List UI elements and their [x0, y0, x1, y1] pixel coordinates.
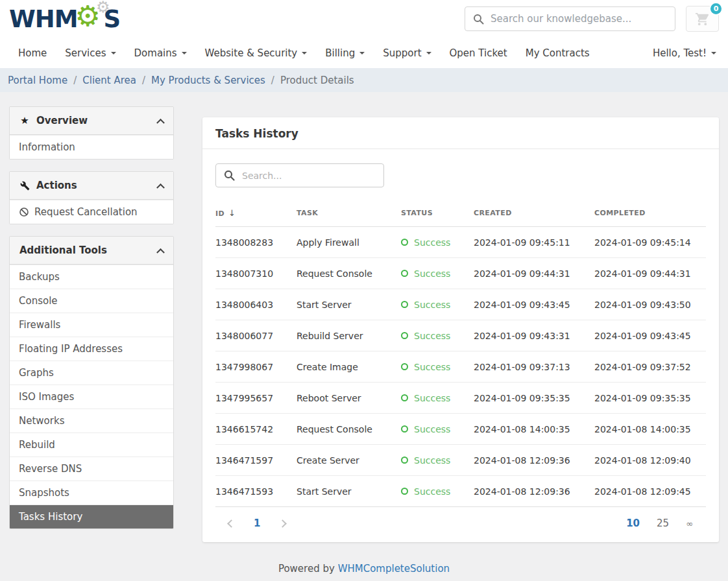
sidebar-item-label: ISO Images: [19, 391, 74, 403]
nav-item-website-security[interactable]: Website & Security: [196, 47, 317, 59]
sidebar-item-request-cancellation[interactable]: Request Cancellation: [10, 200, 173, 224]
cell-status: Success: [401, 445, 474, 476]
status-label: Success: [414, 362, 450, 372]
page-size-all[interactable]: ∞: [686, 519, 693, 528]
column-header-completed[interactable]: COMPLETED: [594, 200, 706, 227]
cell-completed: 2024-01-08 12:09:40: [594, 445, 706, 476]
cell-id: 1348006077: [215, 320, 297, 351]
sidebar-item-label: Graphs: [19, 367, 54, 379]
sidebar-item-label: Tasks History: [19, 511, 82, 523]
sidebar-item-reverse-dns[interactable]: Reverse DNS: [10, 456, 173, 480]
cell-created: 2024-01-08 12:09:36: [474, 476, 594, 507]
table-row: 1346471597Create ServerSuccess2024-01-08…: [215, 445, 706, 476]
sidebar-item-firewalls[interactable]: Firewalls: [10, 313, 173, 337]
panel-body: ID↓TASKSTATUSCREATEDCOMPLETED 1348008283…: [202, 149, 719, 542]
cell-created: 2024-01-09 09:37:13: [474, 351, 594, 383]
cell-task: Apply Firewall: [297, 227, 401, 258]
column-header-id[interactable]: ID↓: [215, 200, 297, 227]
footer-text: Powered by: [278, 563, 335, 575]
content-area: ★OverviewInformationActionsRequest Cance…: [0, 92, 728, 542]
nav-item-billing[interactable]: Billing: [316, 47, 374, 59]
table-row: 1348006403Start ServerSuccess2024-01-09 …: [215, 289, 706, 320]
success-circle-icon: [401, 394, 408, 401]
sidebar-panel-header-overview[interactable]: ★Overview: [10, 107, 173, 135]
cart-icon: [695, 12, 710, 27]
table-row: 1347998067Create ImageSuccess2024-01-09 …: [215, 351, 706, 383]
table-row: 1348008283Apply FirewallSuccess2024-01-0…: [215, 227, 706, 258]
cell-completed: 2024-01-09 09:43:50: [594, 289, 706, 320]
prev-page-icon[interactable]: [227, 519, 236, 528]
success-circle-icon: [401, 239, 408, 246]
sidebar-item-snapshots[interactable]: Snapshots: [10, 480, 173, 504]
chevron-up-icon: [156, 183, 165, 191]
cell-task: Create Server: [297, 445, 401, 476]
account-menu[interactable]: Hello, Test!: [653, 47, 719, 59]
cell-created: 2024-01-09 09:43:45: [474, 289, 594, 320]
cell-created: 2024-01-09 09:35:35: [474, 383, 594, 414]
sidebar-item-floating-ip-addresses[interactable]: Floating IP Addresses: [10, 337, 173, 361]
nav-item-my-contracts[interactable]: My Contracts: [516, 47, 599, 59]
sort-desc-icon: ↓: [228, 208, 236, 218]
status-label: Success: [414, 424, 450, 434]
nav-item-open-ticket[interactable]: Open Ticket: [441, 47, 516, 59]
sidebar-item-backups[interactable]: Backups: [10, 265, 173, 289]
whmcs-credit-link[interactable]: WHMCompleteSolution: [338, 563, 450, 575]
status-label: Success: [414, 331, 450, 341]
sidebar-panel-header-actions[interactable]: Actions: [10, 172, 173, 200]
nav-item-services[interactable]: Services: [56, 47, 125, 59]
table-search-input[interactable]: [242, 171, 376, 181]
cart-button[interactable]: 0: [686, 6, 719, 32]
sidebar-panel-title: Actions: [36, 180, 77, 191]
page-number[interactable]: 1: [254, 517, 260, 529]
logo-gears: ⚙ ⚙: [77, 3, 105, 34]
knowledgebase-search-input[interactable]: [491, 13, 667, 25]
page-size-10[interactable]: 10: [626, 517, 640, 529]
sidebar-item-graphs[interactable]: Graphs: [10, 361, 173, 385]
breadcrumb-link-my-products-services[interactable]: My Products & Services: [151, 75, 265, 86]
success-circle-icon: [401, 332, 408, 339]
column-header-label: ID: [215, 209, 224, 218]
page-size-options: 1025∞: [626, 517, 693, 529]
column-header-task[interactable]: TASK: [297, 200, 401, 227]
sidebar-item-rebuild[interactable]: Rebuild: [10, 433, 173, 456]
nav-item-support[interactable]: Support: [374, 47, 440, 59]
page-size-25[interactable]: 25: [657, 517, 669, 529]
chevron-down-icon: [426, 52, 431, 54]
cell-id: 1348006403: [215, 289, 297, 320]
whmcs-logo[interactable]: WHM ⚙ ⚙ S: [9, 3, 120, 34]
nav-item-label: Home: [18, 47, 47, 59]
sidebar-panel-additional-tools: Additional ToolsBackupsConsoleFirewallsF…: [9, 236, 174, 529]
cell-status: Success: [401, 414, 474, 445]
nav-item-domains[interactable]: Domains: [125, 47, 196, 59]
column-header-status[interactable]: STATUS: [401, 200, 474, 227]
breadcrumb-link-portal-home[interactable]: Portal Home: [8, 75, 67, 86]
sidebar-panel-header-additional-tools[interactable]: Additional Tools: [10, 237, 173, 265]
cell-id: 1347998067: [215, 351, 297, 383]
column-header-created[interactable]: CREATED: [474, 200, 594, 227]
cell-task: Start Server: [297, 289, 401, 320]
sidebar: ★OverviewInformationActionsRequest Cance…: [9, 106, 174, 541]
cell-id: 1346615742: [215, 414, 297, 445]
nav-item-label: Services: [65, 47, 106, 59]
cell-completed: 2024-01-09 09:35:35: [594, 383, 706, 414]
cell-created: 2024-01-09 09:44:31: [474, 258, 594, 289]
ban-icon: [19, 207, 29, 217]
sidebar-item-console[interactable]: Console: [10, 289, 173, 313]
breadcrumb-link-client-area[interactable]: Client Area: [82, 75, 136, 86]
chevron-down-icon: [359, 52, 365, 54]
sidebar-item-label: Console: [19, 295, 58, 307]
sidebar-item-networks[interactable]: Networks: [10, 409, 173, 433]
nav-item-home[interactable]: Home: [9, 47, 56, 59]
account-menu-label: Hello, Test!: [653, 47, 707, 59]
cell-completed: 2024-01-08 12:09:45: [594, 476, 706, 507]
sidebar-item-information[interactable]: Information: [10, 135, 173, 159]
cell-completed: 2024-01-08 14:00:35: [594, 414, 706, 445]
success-circle-icon: [401, 270, 408, 277]
tasks-history-panel: Tasks History ID↓TASKSTATUSCREATEDCOMPLE…: [202, 117, 719, 542]
sidebar-item-tasks-history[interactable]: Tasks History: [10, 504, 173, 528]
next-page-icon[interactable]: [279, 519, 287, 528]
tasks-table: ID↓TASKSTATUSCREATEDCOMPLETED 1348008283…: [215, 200, 706, 507]
sidebar-item-iso-images[interactable]: ISO Images: [10, 385, 173, 409]
success-circle-icon: [401, 363, 408, 370]
cell-status: Success: [401, 351, 474, 383]
